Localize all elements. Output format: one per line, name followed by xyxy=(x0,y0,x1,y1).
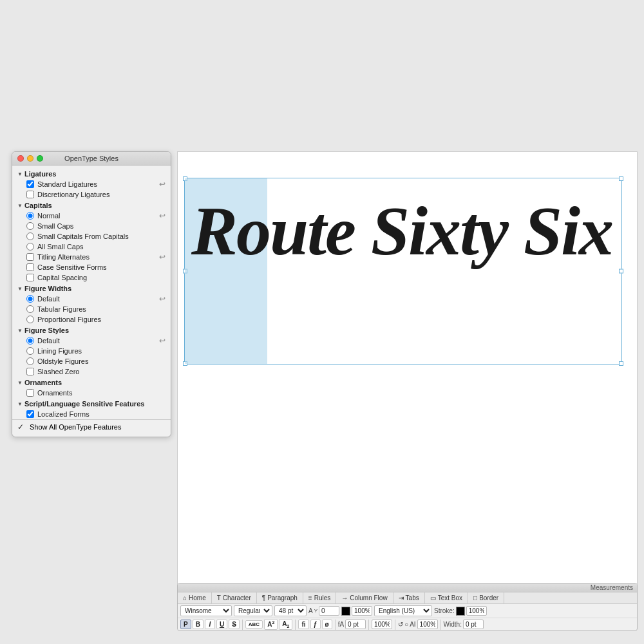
fl-ligature-button[interactable]: ƒ xyxy=(310,620,321,629)
all-caps-button[interactable]: ABC xyxy=(245,620,263,629)
language-select[interactable]: English (US) xyxy=(374,605,432,616)
color-pct-input[interactable] xyxy=(352,606,372,616)
text-frame[interactable]: Route Sixty Six xyxy=(184,178,622,365)
radio-small-caps[interactable] xyxy=(26,222,34,230)
tab-text-box-label: Text Box xyxy=(438,594,462,601)
kerning-input[interactable] xyxy=(319,606,339,616)
width-val-input[interactable] xyxy=(463,620,484,629)
minimize-button[interactable] xyxy=(27,155,33,162)
feature-icon-standard-ligatures: ↩ xyxy=(159,180,166,189)
section-script-language-header[interactable]: ▼ Script/Language Sensitive Features xyxy=(12,398,171,409)
radio-all-small-caps[interactable] xyxy=(26,243,34,251)
stroke-pct-input[interactable] xyxy=(466,606,487,616)
show-all-label: Show All OpenType Features xyxy=(30,423,121,431)
item-capital-spacing[interactable]: Capital Spacing xyxy=(12,272,171,283)
item-all-small-caps[interactable]: All Small Caps xyxy=(12,242,171,252)
ai-pct-input[interactable] xyxy=(417,620,438,629)
tab-rules[interactable]: ≡ Rules xyxy=(303,592,336,603)
radio-fs-default[interactable] xyxy=(26,337,34,345)
radio-small-caps-from-caps[interactable] xyxy=(26,232,34,240)
checkbox-case-sensitive-forms[interactable] xyxy=(26,263,34,271)
disc-ligature-button[interactable]: ø xyxy=(322,620,332,629)
item-small-caps-from-caps[interactable]: Small Capitals From Capitals xyxy=(12,231,171,242)
item-fw-default[interactable]: Default ↩ xyxy=(12,294,171,304)
radio-oldstyle-figures[interactable] xyxy=(26,357,34,365)
tab-border-label: Border xyxy=(479,594,498,601)
style-field-group: Regular xyxy=(234,605,272,616)
label-titling-alternates: Titling Alternates xyxy=(37,253,90,261)
checkbox-slashed-zero[interactable] xyxy=(26,368,34,375)
checkbox-discretionary-ligatures[interactable] xyxy=(26,191,34,198)
item-ornaments[interactable]: Ornaments xyxy=(12,388,171,398)
handle-bottom-right[interactable] xyxy=(619,361,623,366)
tab-tabs[interactable]: ⇥ Tabs xyxy=(393,592,425,603)
radio-lining-figures[interactable] xyxy=(26,347,34,355)
style-select[interactable]: Regular xyxy=(234,605,272,616)
item-fs-default[interactable]: Default ↩ xyxy=(12,336,171,346)
bold-button[interactable]: B xyxy=(193,620,204,629)
color-swatch[interactable] xyxy=(341,607,350,616)
item-lining-figures[interactable]: Lining Figures xyxy=(12,346,171,356)
tab-text-box[interactable]: ▭ Text Box xyxy=(425,592,468,603)
paragraph-icon: ¶ xyxy=(262,594,265,601)
radio-tabular-figures[interactable] xyxy=(26,305,34,313)
maximize-button[interactable] xyxy=(37,155,43,162)
para-style-button[interactable]: P xyxy=(180,620,191,629)
radio-fw-default[interactable] xyxy=(26,295,34,303)
tab-column-flow[interactable]: → Column Flow xyxy=(336,592,393,603)
formatting-row: P B I U S ABC A2 A2 fi ƒ ø fA ↺ ○ AI Wid… xyxy=(178,618,637,630)
tab-home[interactable]: ⌂ Home xyxy=(178,592,212,603)
section-ligatures-label: Ligatures xyxy=(24,170,57,178)
item-slashed-zero[interactable]: Slashed Zero xyxy=(12,366,171,377)
tab-border[interactable]: □ Border xyxy=(468,592,504,603)
subscript-button[interactable]: A2 xyxy=(279,619,292,630)
tab-paragraph[interactable]: ¶ Paragraph xyxy=(257,592,303,603)
tab-home-label: Home xyxy=(189,594,206,601)
checkbox-capital-spacing[interactable] xyxy=(26,274,34,281)
baseline-input[interactable] xyxy=(345,620,366,629)
show-all-row[interactable]: ✓ Show All OpenType Features xyxy=(12,419,171,434)
feature-icon-normal: ↩ xyxy=(159,211,166,220)
section-ornaments-header[interactable]: ▼ Ornaments xyxy=(12,377,171,388)
handle-top-right[interactable] xyxy=(619,176,623,181)
section-figure-widths-header[interactable]: ▼ Figure Widths xyxy=(12,283,171,294)
section-ligatures-header[interactable]: ▼ Ligatures xyxy=(12,168,171,179)
section-figure-styles-header[interactable]: ▼ Figure Styles xyxy=(12,325,171,336)
item-normal[interactable]: Normal ↩ xyxy=(12,211,171,221)
checkbox-standard-ligatures[interactable] xyxy=(26,180,34,188)
item-titling-alternates[interactable]: Titling Alternates ↩ xyxy=(12,252,171,262)
item-proportional-figures[interactable]: Proportional Figures xyxy=(12,314,171,325)
tabs-icon: ⇥ xyxy=(399,594,404,601)
section-capitals-header[interactable]: ▼ Capitals xyxy=(12,200,171,211)
item-discretionary-ligatures[interactable]: Discretionary Ligatures xyxy=(12,189,171,200)
italic-button[interactable]: I xyxy=(205,620,215,629)
stroke-swatch[interactable] xyxy=(456,607,465,616)
route-text[interactable]: Route Sixty Six xyxy=(191,191,612,271)
superscript-button[interactable]: A2 xyxy=(264,619,278,629)
fi-ligature-button[interactable]: fi xyxy=(298,620,308,629)
width-pct-input[interactable] xyxy=(372,620,392,629)
size-select[interactable]: 48 pt xyxy=(274,605,307,616)
item-tabular-figures[interactable]: Tabular Figures xyxy=(12,304,171,314)
item-oldstyle-figures[interactable]: Oldstyle Figures xyxy=(12,356,171,366)
underline-button[interactable]: U xyxy=(216,620,227,629)
item-standard-ligatures[interactable]: Standard Ligatures ↩ xyxy=(12,179,171,189)
checkbox-titling-alternates[interactable] xyxy=(26,253,34,261)
label-capital-spacing: Capital Spacing xyxy=(37,274,87,281)
radio-proportional-figures[interactable] xyxy=(26,316,34,323)
checkbox-ornaments[interactable] xyxy=(26,389,34,397)
item-localized-forms[interactable]: Localized Forms xyxy=(12,409,171,419)
tab-character[interactable]: T Character xyxy=(212,592,257,603)
home-icon: ⌂ xyxy=(183,594,187,601)
strikethrough-button[interactable]: S xyxy=(229,620,240,629)
section-script-language-label: Script/Language Sensitive Features xyxy=(24,400,144,408)
handle-middle-right[interactable] xyxy=(619,269,623,274)
label-proportional-figures: Proportional Figures xyxy=(37,316,101,323)
checkbox-localized-forms[interactable] xyxy=(26,410,34,418)
item-small-caps[interactable]: Small Caps xyxy=(12,221,171,231)
item-case-sensitive-forms[interactable]: Case Sensitive Forms xyxy=(12,262,171,272)
radio-normal[interactable] xyxy=(26,212,34,220)
close-button[interactable] xyxy=(17,155,24,162)
font-select[interactable]: Winsome xyxy=(180,605,232,616)
label-localized-forms: Localized Forms xyxy=(37,410,90,418)
